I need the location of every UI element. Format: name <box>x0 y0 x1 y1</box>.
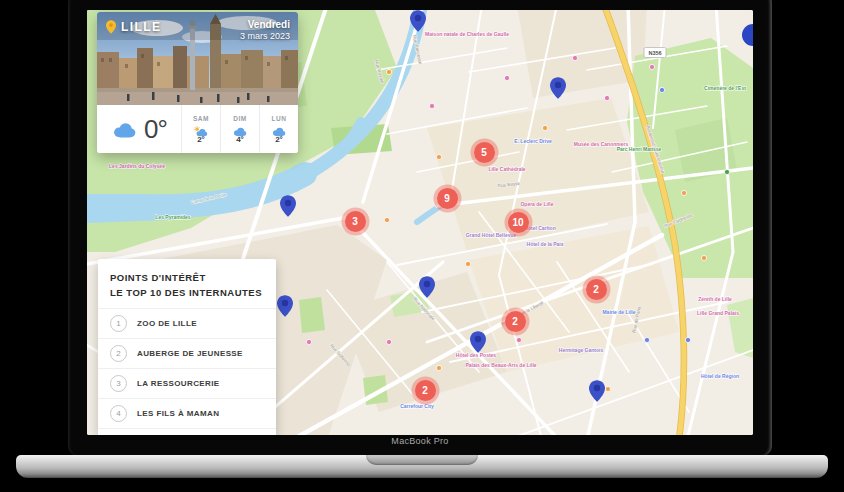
map-pin-marker[interactable] <box>277 295 293 317</box>
forecast-col: SAM2° <box>181 105 220 153</box>
map-pin-marker[interactable] <box>419 276 435 298</box>
poi-name: AUBERGE DE JEUNESSE <box>137 349 243 358</box>
poi-rank: 4 <box>110 405 127 422</box>
map-cluster-marker-2[interactable]: 2 <box>505 311 526 332</box>
weather-widget: LILLE Vendredi 3 mars 2023 0° SAM2°DIM4°… <box>97 12 298 153</box>
poi-item[interactable]: 4LES FILS À MAMAN <box>98 398 276 428</box>
date-block: Vendredi 3 mars 2023 <box>240 19 290 41</box>
city-header: LILLE <box>106 20 161 34</box>
forecast-day: LUN <box>271 115 286 122</box>
weekday-label: Vendredi <box>240 19 290 30</box>
map-cluster-marker-2[interactable]: 2 <box>586 279 607 300</box>
map-cluster-marker-10[interactable]: 10 <box>508 212 529 233</box>
map-pin-marker[interactable] <box>410 10 426 32</box>
weather-body: 0° SAM2°DIM4°LUN2° <box>97 105 298 153</box>
date-label: 3 mars 2023 <box>240 31 290 41</box>
poi-item[interactable]: 1ZOO DE LILLE <box>98 308 276 338</box>
forecast-strip: SAM2°DIM4°LUN2° <box>181 105 298 153</box>
scene: N356Rue NationaleBoulevard de la Liberté… <box>0 0 844 492</box>
poi-item-partial[interactable] <box>98 428 276 435</box>
map-cluster-marker-9[interactable]: 9 <box>437 188 458 209</box>
sun-cloud-icon <box>193 123 209 134</box>
macbook-pro-label: MacBook Pro <box>68 436 772 446</box>
forecast-day: SAM <box>193 115 209 122</box>
poi-list: 1ZOO DE LILLE2AUBERGE DE JEUNESSE3LA RES… <box>98 308 276 428</box>
poi-name: ZOO DE LILLE <box>137 319 197 328</box>
map-pin-marker[interactable] <box>589 380 605 402</box>
poi-title-line1: POINTS D'INTÉRÊT <box>110 270 264 285</box>
forecast-temp: 4° <box>236 135 244 144</box>
poi-item[interactable]: 3LA RESSOURCERIE <box>98 368 276 398</box>
poi-name: LES FILS À MAMAN <box>137 409 219 418</box>
current-weather: 0° <box>97 105 181 153</box>
cloud-icon <box>232 123 248 134</box>
base-notch <box>366 455 478 465</box>
forecast-col: LUN2° <box>259 105 298 153</box>
city-name: LILLE <box>121 20 161 34</box>
poi-rank: 3 <box>110 375 127 392</box>
poi-panel-title: POINTS D'INTÉRÊT LE TOP 10 DES INTERNAUT… <box>98 259 276 308</box>
map-cluster-marker-2[interactable]: 2 <box>415 380 436 401</box>
forecast-temp: 2° <box>197 135 205 144</box>
poi-panel: POINTS D'INTÉRÊT LE TOP 10 DES INTERNAUT… <box>98 259 276 435</box>
laptop-screen: N356Rue NationaleBoulevard de la Liberté… <box>87 10 753 435</box>
map-cluster-marker-3[interactable]: 3 <box>345 211 366 232</box>
map-pin-marker[interactable] <box>550 77 566 99</box>
laptop-base <box>16 455 828 478</box>
poi-rank: 2 <box>110 345 127 362</box>
map-pin-marker[interactable] <box>280 195 296 217</box>
forecast-temp: 2° <box>275 135 283 144</box>
map-cluster-marker-5[interactable]: 5 <box>474 142 495 163</box>
laptop-lid: N356Rue NationaleBoulevard de la Liberté… <box>68 0 772 456</box>
poi-item[interactable]: 2AUBERGE DE JEUNESSE <box>98 338 276 368</box>
cloud-icon <box>111 120 138 139</box>
current-temp: 0° <box>144 114 167 145</box>
forecast-col: DIM4° <box>220 105 259 153</box>
poi-rank: 1 <box>110 315 127 332</box>
forecast-day: DIM <box>233 115 247 122</box>
map-pin-marker[interactable] <box>470 331 486 353</box>
poi-title-line2: LE TOP 10 DES INTERNAUTES <box>110 285 264 300</box>
cloud-icon <box>271 123 287 134</box>
city-pin-icon <box>106 20 116 34</box>
lille-photo: LILLE Vendredi 3 mars 2023 <box>97 12 298 105</box>
poi-name: LA RESSOURCERIE <box>137 379 220 388</box>
